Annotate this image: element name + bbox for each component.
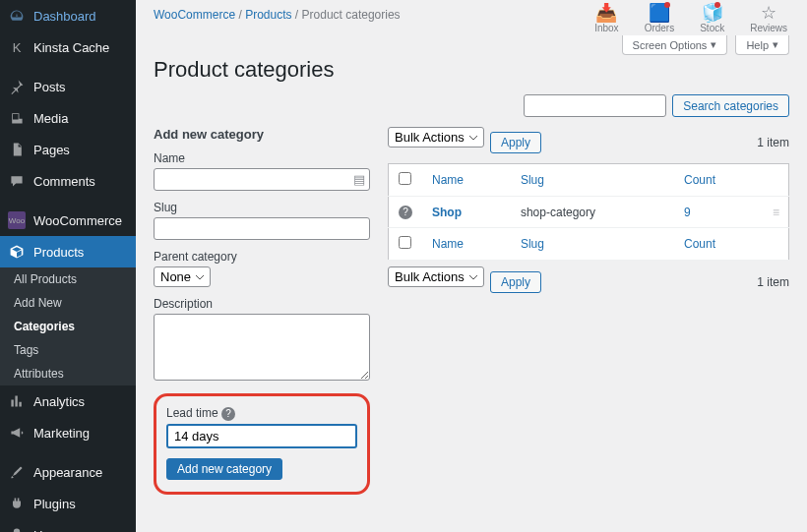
screen-options-label: Screen Options [633, 39, 708, 51]
menu-marketing[interactable]: Marketing [0, 417, 136, 448]
top-orders[interactable]: 🟦Orders [645, 4, 675, 33]
row-slug: shop-category [511, 197, 674, 228]
lead-time-input[interactable] [166, 424, 357, 448]
menu-label: Plugins [33, 497, 76, 511]
breadcrumb-current: Product categories [302, 8, 401, 22]
bulk-actions-select-bottom[interactable]: Bulk Actions [388, 266, 484, 287]
col-name-header[interactable]: Name [432, 173, 464, 187]
menu-plugins[interactable]: Plugins [0, 488, 136, 519]
submenu-add-new[interactable]: Add New [0, 291, 136, 315]
menu-media[interactable]: Media [0, 102, 136, 134]
submenu-categories[interactable]: Categories [0, 315, 136, 338]
category-table: Name Slug Count ? Shop shop-category 9 [388, 163, 789, 261]
menu-appearance[interactable]: Appearance [0, 456, 136, 488]
page-icon [8, 141, 26, 158]
menu-label: Media [33, 111, 68, 126]
items-count-top: 1 item [757, 136, 789, 149]
col-count-footer[interactable]: Count [684, 237, 715, 251]
star-icon: ☆ [761, 4, 776, 22]
woo-icon: Woo [8, 211, 26, 229]
products-submenu: All Products Add New Categories Tags Att… [0, 267, 136, 385]
description-textarea[interactable] [154, 314, 370, 381]
menu-products[interactable]: Products [0, 236, 136, 267]
chevron-down-icon: ▾ [711, 38, 716, 51]
menu-label: Kinsta Cache [33, 40, 109, 55]
menu-users[interactable]: Users [0, 519, 136, 532]
parent-label: Parent category [154, 250, 370, 264]
name-input[interactable] [154, 168, 370, 191]
row-count-link[interactable]: 9 [684, 206, 691, 219]
menu-pages[interactable]: Pages [0, 134, 136, 165]
top-icon-label: Inbox [594, 23, 618, 33]
bulk-apply-top[interactable]: Apply [490, 132, 541, 153]
slug-input[interactable] [154, 217, 370, 240]
top-inbox[interactable]: 📥Inbox [594, 4, 618, 33]
inbox-icon: 📥 [595, 4, 617, 22]
top-reviews[interactable]: ☆Reviews [750, 4, 787, 33]
help-icon[interactable]: ? [221, 407, 235, 421]
help-icon[interactable]: ? [399, 206, 412, 219]
select-all-bottom[interactable] [399, 236, 411, 249]
menu-label: Posts [33, 80, 66, 94]
menu-label: Users [33, 528, 67, 533]
user-icon [8, 526, 26, 532]
row-name-link[interactable]: Shop [432, 206, 462, 219]
menu-label: Comments [33, 174, 95, 189]
highlight-box: Lead time ? Add new category [154, 393, 370, 495]
drag-handle-icon[interactable]: ≡ [773, 206, 778, 219]
breadcrumb-woocommerce[interactable]: WooCommerce [154, 8, 235, 22]
menu-dashboard[interactable]: Dashboard [0, 0, 136, 31]
menu-label: WooCommerce [33, 213, 122, 228]
menu-label: Analytics [33, 394, 85, 409]
help-label: Help [746, 39, 769, 51]
help-button[interactable]: Help ▾ [735, 35, 789, 55]
top-icon-label: Reviews [750, 23, 787, 33]
admin-sidebar: Dashboard K Kinsta Cache Posts Media Pag… [0, 0, 136, 532]
brush-icon [8, 463, 26, 481]
menu-comments[interactable]: Comments [0, 165, 136, 197]
dashboard-icon [8, 7, 26, 25]
contacts-icon: ▤ [353, 172, 365, 187]
name-label: Name [154, 151, 370, 165]
lead-time-label: Lead time ? [166, 406, 357, 421]
main-content: 📥Inbox 🟦Orders 🧊Stock ☆Reviews WooCommer… [136, 0, 807, 532]
add-category-form: Add new category Name ▤ Slug Parent cate… [154, 127, 370, 495]
top-icon-label: Orders [645, 23, 675, 33]
pin-icon [8, 78, 26, 95]
top-stock[interactable]: 🧊Stock [700, 4, 724, 33]
category-list: Bulk Actions Apply 1 item Name Slug Coun… [388, 127, 789, 495]
products-icon [8, 243, 26, 261]
col-slug-header[interactable]: Slug [521, 173, 544, 187]
col-slug-footer[interactable]: Slug [521, 237, 544, 251]
col-count-header[interactable]: Count [684, 173, 715, 187]
parent-select[interactable]: None [154, 266, 211, 287]
breadcrumb-products[interactable]: Products [245, 8, 291, 22]
screen-options-button[interactable]: Screen Options ▾ [622, 35, 728, 55]
bulk-actions-select-top[interactable]: Bulk Actions [388, 127, 484, 148]
menu-label: Products [33, 245, 84, 260]
menu-analytics[interactable]: Analytics [0, 385, 136, 417]
select-all-top[interactable] [399, 172, 411, 185]
submenu-attributes[interactable]: Attributes [0, 362, 136, 385]
chevron-down-icon: ▾ [773, 38, 778, 51]
analytics-icon [8, 392, 26, 410]
menu-label: Appearance [33, 465, 102, 480]
search-input[interactable] [524, 94, 666, 117]
menu-woocommerce[interactable]: Woo WooCommerce [0, 205, 136, 236]
page-title: Product categories [154, 57, 789, 83]
col-name-footer[interactable]: Name [432, 237, 464, 251]
form-title: Add new category [154, 127, 370, 142]
comment-icon [8, 172, 26, 190]
megaphone-icon [8, 424, 26, 442]
plug-icon [8, 495, 26, 512]
menu-kinsta[interactable]: K Kinsta Cache [0, 31, 136, 63]
submenu-tags[interactable]: Tags [0, 338, 136, 362]
top-icon-label: Stock [700, 23, 724, 33]
search-button[interactable]: Search categories [672, 94, 789, 117]
submenu-all-products[interactable]: All Products [0, 267, 136, 291]
bulk-apply-bottom[interactable]: Apply [490, 271, 541, 293]
add-category-button[interactable]: Add new category [166, 458, 282, 480]
slug-label: Slug [154, 201, 370, 214]
menu-posts[interactable]: Posts [0, 71, 136, 102]
activity-panel: 📥Inbox 🟦Orders 🧊Stock ☆Reviews [594, 4, 787, 33]
